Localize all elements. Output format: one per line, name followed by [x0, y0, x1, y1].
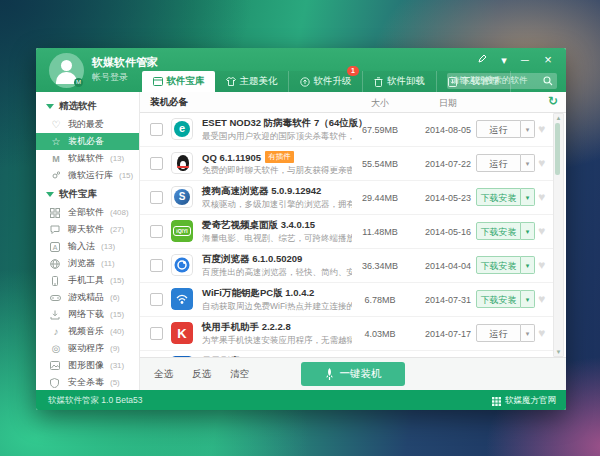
- software-row[interactable]: 百度浏览器 6.1.0.50209 百度推出的高速浏览器，轻快、简约、安全。 3…: [140, 249, 554, 283]
- install-button[interactable]: 下载安装: [476, 290, 521, 308]
- sidebar-item-games[interactable]: 游戏精品 (6): [36, 289, 139, 306]
- action-dropdown-icon[interactable]: ▾: [521, 154, 535, 172]
- search-input[interactable]: 请输入想搜索的软件: [447, 73, 557, 89]
- favorite-heart-icon[interactable]: ♥: [538, 156, 545, 170]
- scrollbar-thumb[interactable]: [555, 123, 560, 175]
- software-row[interactable]: S 搜狗高速浏览器 5.0.9.12942 双核驱动，多级加速引擎的浏览器，拥有…: [140, 181, 554, 215]
- sidebar-item-chat[interactable]: 聊天软件 (27): [36, 221, 139, 238]
- row-checkbox[interactable]: [150, 157, 163, 170]
- favorite-heart-icon[interactable]: ♥: [538, 122, 545, 136]
- avatar[interactable]: M: [49, 53, 84, 88]
- run-button[interactable]: 运行: [476, 154, 521, 172]
- action-dropdown-icon[interactable]: ▾: [521, 120, 535, 138]
- account-login-link[interactable]: 帐号登录: [92, 71, 128, 84]
- search-icon[interactable]: [543, 76, 553, 86]
- sidebar: 精选软件 ♡ 我的最爱 ☆ 装机必备 M 软媒软件 (13) 微软运行库 (15…: [36, 92, 140, 390]
- run-button[interactable]: 运行: [476, 324, 521, 342]
- install-button[interactable]: 下载安装: [476, 222, 521, 240]
- official-site-link[interactable]: 软媒魔方官网: [492, 395, 556, 407]
- sidebar-item-all-software[interactable]: 全部软件 (408): [36, 204, 139, 221]
- upgrade-count-badge: 1: [347, 66, 359, 76]
- shield-icon: [50, 378, 62, 388]
- minimize-button[interactable]: ─: [517, 53, 533, 67]
- image-icon: [50, 361, 62, 370]
- tab-software-uninstall[interactable]: 软件卸载: [363, 71, 437, 92]
- row-checkbox[interactable]: [150, 259, 163, 272]
- action-dropdown-icon[interactable]: ▾: [521, 188, 535, 206]
- skin-menu-chevron-icon[interactable]: ▾: [496, 53, 512, 67]
- action-button-group[interactable]: 运行▾: [476, 324, 535, 342]
- software-desc: 免费的即时聊天软件，与朋友获得更亲密的沟通。: [202, 165, 352, 177]
- favorite-heart-icon[interactable]: ♥: [538, 190, 545, 204]
- sidebar-item-ruanmei-software[interactable]: M 软媒软件 (13): [36, 150, 139, 167]
- sidebar-section-featured[interactable]: 精选软件: [36, 96, 139, 116]
- favorite-heart-icon[interactable]: ♥: [538, 224, 545, 238]
- software-rows: e ESET NOD32 防病毒软件 7（64位版） 最受国内用户欢迎的国际顶尖…: [140, 113, 554, 358]
- trash-icon: [374, 77, 383, 87]
- sidebar-item-phone-tools[interactable]: 手机工具 (15): [36, 272, 139, 289]
- row-checkbox[interactable]: [150, 225, 163, 238]
- row-checkbox[interactable]: [150, 327, 163, 340]
- one-click-install-button[interactable]: 一键装机: [301, 362, 405, 386]
- sidebar-item-security[interactable]: 安全杀毒 (5): [36, 374, 139, 390]
- sidebar-item-ms-runtime[interactable]: 微软运行库 (15): [36, 167, 139, 184]
- tab-theme-beautify[interactable]: 主题美化: [215, 71, 289, 92]
- sidebar-item-favorites[interactable]: ♡ 我的最爱: [36, 116, 139, 133]
- sidebar-item-graphics[interactable]: 图形图像 (31): [36, 357, 139, 374]
- action-dropdown-icon[interactable]: ▾: [521, 324, 535, 342]
- favorite-heart-icon[interactable]: ♥: [538, 292, 545, 306]
- rocket-icon: [325, 368, 334, 381]
- software-name: WiFi万能钥匙PC版 1.0.4.2: [202, 287, 314, 300]
- sidebar-item-network-download[interactable]: 网络下载 (15): [36, 306, 139, 323]
- tab-software-store[interactable]: 软件宝库: [142, 71, 215, 92]
- sidebar-section-store[interactable]: 软件宝库: [36, 184, 139, 204]
- action-button-group[interactable]: 下载安装▾: [476, 290, 535, 308]
- row-checkbox[interactable]: [150, 293, 163, 306]
- sidebar-item-video-music[interactable]: ♪ 视频音乐 (40): [36, 323, 139, 340]
- action-button-group[interactable]: 下载安装▾: [476, 256, 535, 274]
- action-button-group[interactable]: 运行▾: [476, 154, 535, 172]
- grid-icon: [50, 208, 62, 218]
- eset-icon: e: [171, 118, 193, 140]
- sidebar-item-essentials[interactable]: ☆ 装机必备: [36, 133, 139, 150]
- favorite-heart-icon[interactable]: ♥: [538, 258, 545, 272]
- iqiyi-icon: iQIYI: [171, 220, 193, 242]
- action-dropdown-icon[interactable]: ▾: [521, 290, 535, 308]
- scroll-up-icon[interactable]: ▲: [554, 114, 563, 122]
- scroll-down-icon[interactable]: ▼: [554, 348, 563, 356]
- action-button-group[interactable]: 下载安装▾: [476, 222, 535, 240]
- software-desc: 双核驱动，多级加速引擎的浏览器，拥有众多酷炫皮肤。: [202, 199, 352, 211]
- feedback-pen-icon[interactable]: [474, 53, 490, 67]
- favorite-heart-icon[interactable]: ♥: [538, 326, 545, 340]
- action-dropdown-icon[interactable]: ▾: [521, 222, 535, 240]
- clear-link[interactable]: 清空: [230, 368, 249, 381]
- sidebar-item-input-method[interactable]: A 输入法 (13): [36, 238, 139, 255]
- refresh-icon[interactable]: ↻: [548, 94, 558, 108]
- app-window: M 软媒软件管家 帐号登录 ▾ ─ × 软件宝库 主题美化 软件升级 1: [36, 48, 566, 410]
- run-button[interactable]: 运行: [476, 120, 521, 138]
- chat-icon: [50, 225, 62, 235]
- software-size: 67.59MB: [356, 125, 404, 135]
- select-all-link[interactable]: 全选: [154, 368, 173, 381]
- tab-software-upgrade[interactable]: 软件升级 1: [289, 71, 363, 92]
- action-button-group[interactable]: 运行▾: [476, 120, 535, 138]
- row-checkbox[interactable]: [150, 191, 163, 204]
- software-row[interactable]: e ESET NOD32 防病毒软件 7（64位版） 最受国内用户欢迎的国际顶尖…: [140, 113, 554, 147]
- column-size: 大小: [356, 97, 404, 110]
- software-row[interactable]: WiFi万能钥匙PC版 1.0.4.2 自动获取周边免费WiFi热点并建立连接的…: [140, 283, 554, 317]
- software-date: 2014-04-04: [422, 261, 474, 271]
- software-row[interactable]: QQ 6.1.11905有插件 免费的即时聊天软件，与朋友获得更亲密的沟通。 5…: [140, 147, 554, 181]
- install-button[interactable]: 下载安装: [476, 188, 521, 206]
- action-button-group[interactable]: 下载安装▾: [476, 188, 535, 206]
- row-checkbox[interactable]: [150, 123, 163, 136]
- list-header: 装机必备 大小 日期 ↻: [140, 92, 566, 113]
- invert-select-link[interactable]: 反选: [192, 368, 211, 381]
- software-row[interactable]: iQIYI 爱奇艺视频桌面版 3.4.0.15 海量电影、电视剧、综艺，可跨终端…: [140, 215, 554, 249]
- close-button[interactable]: ×: [540, 53, 556, 67]
- sidebar-item-browsers[interactable]: 浏览器 (11): [36, 255, 139, 272]
- scrollbar[interactable]: ▲ ▼: [553, 113, 564, 357]
- install-button[interactable]: 下载安装: [476, 256, 521, 274]
- sidebar-item-drivers[interactable]: ◎ 驱动程序 (9): [36, 340, 139, 357]
- action-dropdown-icon[interactable]: ▾: [521, 256, 535, 274]
- software-row[interactable]: K 快用手机助手 2.2.2.8 为苹果手机快速安装应用程序，无需越狱，含海量正…: [140, 317, 554, 351]
